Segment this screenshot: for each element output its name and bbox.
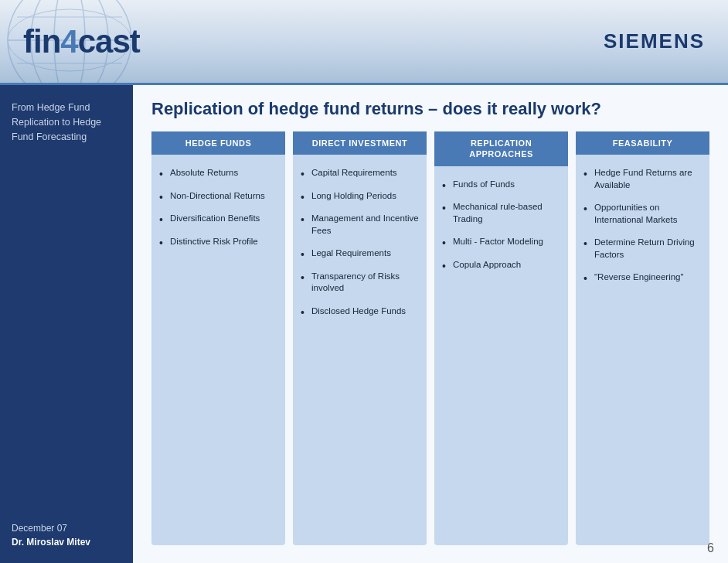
list-item: Transparency of Risks involved <box>301 271 419 295</box>
page-title: Replication of hedge fund returns – does… <box>151 99 709 119</box>
list-item: Legal Requirements <box>301 247 419 260</box>
siemens-logo: SIEMENS <box>604 29 705 53</box>
sidebar: From Hedge Fund Replication to Hedge Fun… <box>0 85 133 563</box>
list-item: Capital Requirements <box>301 167 419 179</box>
column-feasability: FEASABILITY Hedge Fund Returns are Avail… <box>576 131 709 545</box>
col-body-feasability: Hedge Fund Returns are Available Opportu… <box>576 155 709 545</box>
list-item: Long Holding Periods <box>301 190 419 203</box>
main-layout: From Hedge Fund Replication to Hedge Fun… <box>0 85 728 563</box>
column-direct-investment: DIRECT INVESTMENT Capital Requirements L… <box>293 131 427 545</box>
column-replication-approaches: REPLICATION APPROACHES Funds of Funds Me… <box>434 131 568 545</box>
direct-investment-list: Capital Requirements Long Holding Period… <box>301 167 419 317</box>
col-body-hedge-funds: Absolute Returns Non-Directional Returns… <box>151 155 285 545</box>
col-header-replication-approaches: REPLICATION APPROACHES <box>434 131 568 166</box>
sidebar-nav: From Hedge Fund Replication to Hedge Fun… <box>12 101 121 144</box>
list-item: Absolute Returns <box>159 167 277 179</box>
col-header-hedge-funds: HEDGE FUNDS <box>151 131 285 155</box>
list-item: Distinctive Risk Profile <box>159 236 277 248</box>
list-item: Mechanical rule-based Trading <box>442 201 560 225</box>
list-item: Hedge Fund Returns are Available <box>583 167 702 191</box>
list-item: Non-Directional Returns <box>159 190 277 203</box>
col-header-feasability: FEASABILITY <box>576 131 709 155</box>
col-body-direct-investment: Capital Requirements Long Holding Period… <box>293 155 427 545</box>
header: fin4cast SIEMENS <box>0 0 728 85</box>
columns-grid: HEDGE FUNDS Absolute Returns Non-Directi… <box>151 131 709 545</box>
list-item: Disclosed Hedge Funds <box>301 305 419 318</box>
list-item: Determine Return Driving Factors <box>583 237 702 261</box>
feasability-list: Hedge Fund Returns are Available Opportu… <box>583 167 702 284</box>
sidebar-date: December 07 <box>12 523 121 534</box>
sidebar-author: Dr. Miroslav Mitev <box>12 537 121 548</box>
list-item: Multi - Factor Modeling <box>442 236 560 248</box>
logo: fin4cast <box>23 23 140 60</box>
col-body-replication-approaches: Funds of Funds Mechanical rule-based Tra… <box>434 166 568 545</box>
list-item: Funds of Funds <box>442 179 560 191</box>
col-header-direct-investment: DIRECT INVESTMENT <box>293 131 427 155</box>
list-item: Copula Approach <box>442 259 560 271</box>
list-item: "Reverse Engineering" <box>583 271 702 284</box>
sidebar-footer: December 07 Dr. Miroslav Mitev <box>12 523 121 548</box>
replication-approaches-list: Funds of Funds Mechanical rule-based Tra… <box>442 179 560 271</box>
list-item: Management and Incentive Fees <box>301 213 419 237</box>
content-area: Replication of hedge fund returns – does… <box>133 85 728 563</box>
page-number: 6 <box>707 541 714 555</box>
list-item: Opportunities on International Markets <box>583 202 702 226</box>
hedge-funds-list: Absolute Returns Non-Directional Returns… <box>159 167 277 247</box>
list-item: Diversification Benefits <box>159 213 277 225</box>
column-hedge-funds: HEDGE FUNDS Absolute Returns Non-Directi… <box>151 131 285 545</box>
